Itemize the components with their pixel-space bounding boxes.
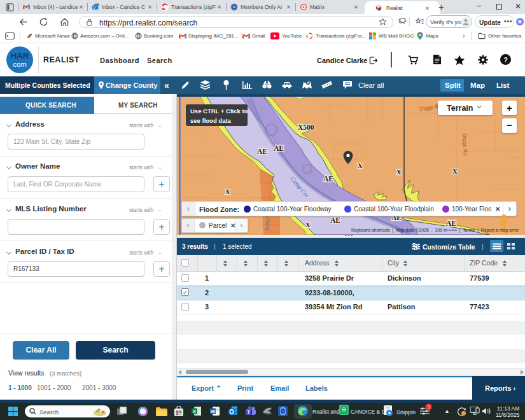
svg-text:X500: X500 [298, 123, 314, 131]
svg-text:X: X [452, 168, 458, 175]
svg-text:X: X [396, 169, 402, 176]
svg-text:X: X [193, 409, 197, 414]
svg-text:AE: AE [323, 175, 333, 183]
svg-text:AE: AE [274, 144, 284, 152]
svg-text:Diggs Rd: Diggs Rd [461, 134, 469, 157]
svg-text:?: ? [503, 56, 508, 64]
svg-text:HAR: HAR [10, 51, 29, 60]
svg-text:AE: AE [257, 148, 267, 155]
svg-text:T: T [247, 409, 250, 415]
svg-text:X: X [358, 162, 363, 169]
svg-text:M: M [233, 5, 235, 9]
svg-text:AE: AE [446, 220, 456, 227]
svg-text:W: W [211, 409, 216, 414]
svg-text:X: X [225, 188, 230, 195]
svg-text:AE: AE [330, 216, 340, 224]
